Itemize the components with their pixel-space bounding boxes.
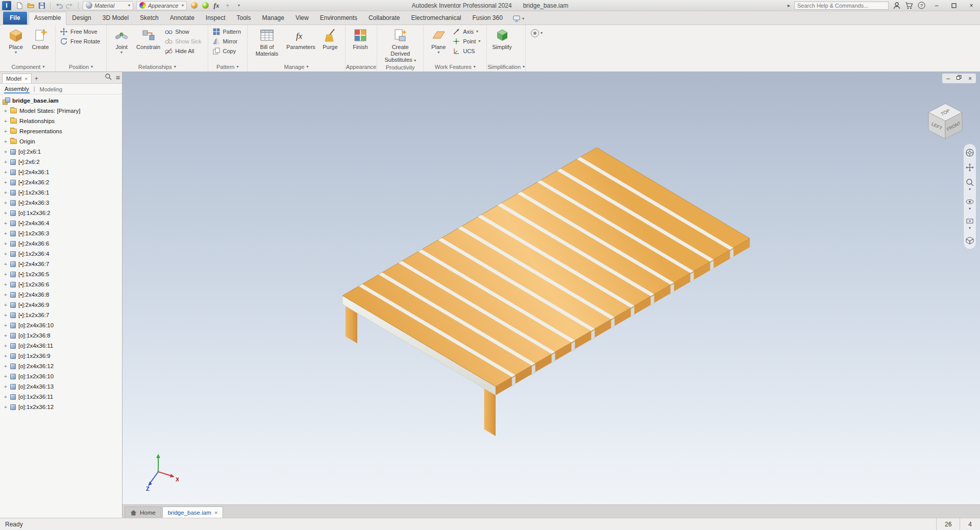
expander-icon[interactable]: + — [3, 364, 8, 369]
tree-folder[interactable]: +Relationships — [0, 116, 122, 126]
expander-icon[interactable]: + — [3, 292, 8, 298]
tree-part[interactable]: +[o]:2x4x36:12 — [0, 361, 122, 371]
expander-icon[interactable]: + — [3, 241, 8, 247]
redo-button[interactable] — [65, 1, 75, 10]
search-input[interactable] — [794, 2, 889, 10]
ribbon-tab-environments[interactable]: Environments — [314, 12, 363, 25]
doc-restore-button[interactable] — [956, 75, 962, 82]
add-browser-tab-button[interactable]: + — [32, 74, 41, 83]
adjust-button[interactable] — [189, 1, 199, 10]
ribbon-tab-tools[interactable]: Tools — [231, 12, 257, 25]
parameters-quick-button[interactable]: fx — [211, 1, 222, 10]
appearance-dropdown[interactable]: Appearance ▾ — [136, 1, 187, 10]
tree-part[interactable]: +[o]:1x2x36:10 — [0, 371, 122, 381]
document-tab-bridge-base[interactable]: bridge_base.iam × — [162, 507, 224, 518]
ribbon-tab-view[interactable]: View — [290, 12, 314, 25]
ribbon-tab-3d-model[interactable]: 3D Model — [97, 12, 134, 25]
ribbon-tab-assemble[interactable]: Assemble — [29, 12, 67, 25]
panel-label-simplification[interactable]: Simplification▾ — [487, 62, 525, 71]
free-move-button[interactable]: Free Move — [59, 27, 103, 36]
panel-label-position[interactable]: Position▾ — [56, 62, 106, 71]
expander-icon[interactable]: + — [3, 312, 8, 318]
expander-icon[interactable]: + — [3, 353, 8, 359]
expander-icon[interactable]: + — [3, 323, 8, 328]
axis-button[interactable]: Axis ▾ — [451, 27, 483, 36]
tree-part[interactable]: +[o]:1x2x36:12 — [0, 402, 122, 412]
customize-qat-button[interactable]: ▾ — [234, 1, 244, 10]
tree-part[interactable]: +[•]:2x4x36:7 — [0, 259, 122, 269]
expander-icon[interactable]: + — [3, 210, 8, 216]
home-tab[interactable]: Home — [125, 507, 161, 518]
panel-label-pattern[interactable]: Pattern▾ — [209, 62, 247, 71]
simplify-button[interactable]: Simplify — [490, 27, 514, 51]
place-button[interactable]: Place ▾ — [4, 27, 28, 55]
expander-icon[interactable]: + — [3, 231, 8, 236]
tree-part[interactable]: +[o]:1x2x36:2 — [0, 208, 122, 218]
tree-part[interactable]: +[•]:2x4x36:4 — [0, 218, 122, 228]
expander-icon[interactable]: + — [3, 251, 8, 257]
expander-icon[interactable]: + — [3, 118, 8, 124]
inventor-logo-icon[interactable]: I — [2, 1, 11, 10]
save-button[interactable] — [37, 1, 47, 10]
expander-icon[interactable]: + — [3, 200, 8, 206]
minimize-button[interactable]: – — [930, 1, 943, 11]
expander-icon[interactable]: + — [3, 108, 8, 114]
screen-display-button[interactable]: ▾ — [512, 15, 524, 22]
parameters-button[interactable]: fx Parameters — [284, 27, 317, 51]
expander-icon[interactable]: + — [3, 129, 8, 134]
tree-part[interactable]: +[•]:2x4x36:2 — [0, 177, 122, 187]
add-command-button[interactable]: + — [223, 1, 233, 10]
expander-icon[interactable]: + — [3, 343, 8, 349]
ribbon-options-button[interactable]: ▾ — [531, 29, 543, 37]
expander-icon[interactable]: + — [3, 272, 8, 277]
open-button[interactable] — [26, 1, 36, 10]
panel-label-manage[interactable]: Manage▾ — [248, 62, 345, 71]
joint-button[interactable]: Joint ▾ — [110, 27, 133, 55]
mirror-button[interactable]: Mirror — [211, 36, 244, 46]
ribbon-tab-manage[interactable]: Manage — [257, 12, 290, 25]
ribbon-tab-collaborate[interactable]: Collaborate — [363, 12, 405, 25]
browser-menu-button[interactable]: ≡ — [116, 74, 120, 81]
sign-in-button[interactable] — [893, 2, 901, 10]
hide-all-button[interactable]: Hide All — [163, 46, 204, 56]
purge-button[interactable]: Purge — [318, 27, 342, 51]
expander-icon[interactable]: + — [3, 149, 8, 155]
expander-icon[interactable]: + — [3, 404, 8, 410]
tree-folder[interactable]: +Origin — [0, 136, 122, 147]
viewcube[interactable]: TOP LEFT FRONT — [922, 99, 969, 146]
plane-button[interactable]: Plane ▾ — [427, 27, 450, 55]
tree-part[interactable]: +[o]:1x2x36:9 — [0, 351, 122, 361]
close-icon[interactable]: × — [24, 76, 28, 82]
expander-icon[interactable]: + — [3, 139, 8, 144]
expander-icon[interactable]: + — [3, 374, 8, 379]
expander-icon[interactable]: + — [3, 221, 8, 226]
ribbon-tab-annotate[interactable]: Annotate — [164, 12, 200, 25]
expander-icon[interactable]: + — [3, 261, 8, 267]
expander-icon[interactable]: + — [3, 384, 8, 390]
copy-button[interactable]: Copy — [211, 46, 244, 56]
undo-button[interactable] — [54, 1, 64, 10]
expander-icon[interactable]: + — [3, 282, 8, 287]
close-icon[interactable]: × — [214, 510, 218, 516]
free-rotate-button[interactable]: Free Rotate — [59, 36, 103, 46]
mode-tab-modeling[interactable]: Modeling — [39, 85, 63, 93]
show-button[interactable]: Show — [163, 27, 204, 36]
tree-part[interactable]: +[o]:1x2x36:8 — [0, 330, 122, 341]
viewport[interactable]: – × TOP LEFT FRONT ▾ ▾ ▾ — [122, 72, 980, 518]
panel-label-productivity[interactable]: Productivity — [378, 63, 423, 71]
tree-part[interactable]: +[•]:2x4x36:8 — [0, 290, 122, 300]
front-leg-board[interactable] — [484, 389, 496, 436]
ribbon-tab-design[interactable]: Design — [66, 12, 96, 25]
tree-part[interactable]: +[•]:2x4x36:3 — [0, 198, 122, 208]
tree-part[interactable]: +[•]:1x2x36:5 — [0, 269, 122, 279]
constrain-button[interactable]: Constrain — [134, 27, 162, 51]
create-button[interactable]: Create — [29, 27, 52, 51]
store-button[interactable] — [905, 2, 913, 10]
tree-root[interactable]: bridge_base.iam — [0, 95, 122, 106]
pan-button[interactable] — [965, 163, 974, 172]
bill-of-materials-button[interactable]: Bill of Materials — [251, 27, 283, 57]
full-navigation-wheel-button[interactable] — [965, 148, 974, 157]
maximize-button[interactable] — [947, 1, 961, 11]
tree-part[interactable]: +[o]:2x4x36:13 — [0, 381, 122, 392]
zoom-button[interactable]: ▾ — [965, 178, 974, 191]
